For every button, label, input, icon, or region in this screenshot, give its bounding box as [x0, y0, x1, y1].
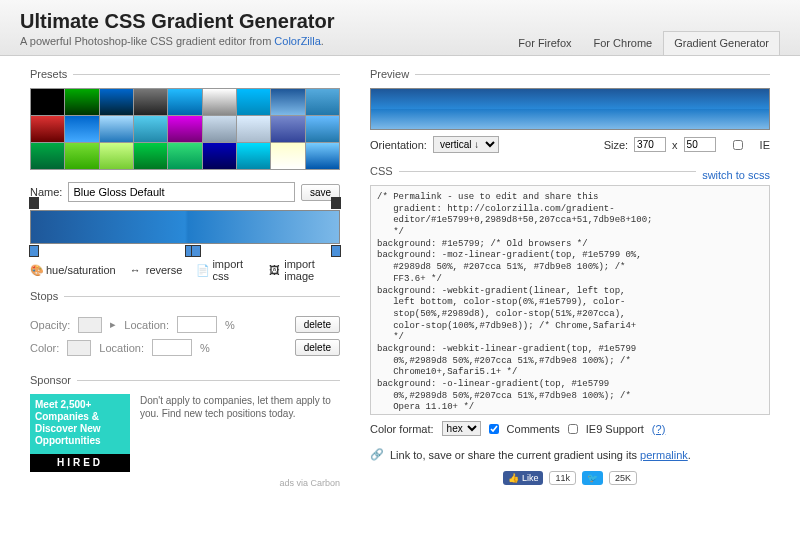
name-input[interactable]: [68, 182, 294, 202]
preset-swatch[interactable]: [203, 116, 236, 142]
presets-legend: Presets: [30, 68, 73, 80]
color-stop-marker[interactable]: [29, 245, 39, 257]
preset-swatch[interactable]: [134, 89, 167, 115]
editor-actions: 🎨hue/saturation ↔reverse 📄import css 🖼im…: [30, 258, 340, 282]
gradient-preview-bar[interactable]: [30, 210, 340, 244]
preview-gradient: [370, 88, 770, 130]
preset-swatch[interactable]: [203, 89, 236, 115]
header: Ultimate CSS Gradient Generator A powerf…: [0, 0, 800, 56]
gradient-editor[interactable]: [30, 210, 340, 244]
preset-swatch[interactable]: [237, 116, 270, 142]
preview-legend: Preview: [370, 68, 415, 80]
name-row: Name: save: [30, 182, 340, 202]
preview-controls: Orientation: vertical ↓ Size: x IE: [370, 136, 770, 153]
hue-saturation-button[interactable]: 🎨hue/saturation: [30, 258, 116, 282]
import-css-button[interactable]: 📄import css: [196, 258, 255, 282]
image-icon: 🖼: [269, 264, 280, 276]
colorzilla-link[interactable]: ColorZilla: [274, 35, 320, 47]
tab-firefox[interactable]: For Firefox: [507, 31, 582, 55]
hue-icon: 🎨: [30, 264, 42, 276]
tweet-button[interactable]: 🐦: [582, 471, 603, 485]
preset-swatch[interactable]: [168, 116, 201, 142]
preset-swatch[interactable]: [306, 143, 339, 169]
import-icon: 📄: [196, 264, 208, 276]
ads-attribution[interactable]: ads via Carbon: [30, 478, 340, 488]
color-stop-marker[interactable]: [331, 245, 341, 257]
preset-swatch[interactable]: [168, 143, 201, 169]
preset-swatch[interactable]: [134, 116, 167, 142]
preset-swatch[interactable]: [237, 143, 270, 169]
preset-swatch[interactable]: [100, 143, 133, 169]
sponsor-text[interactable]: Don't apply to companies, let them apply…: [140, 394, 340, 420]
ie9-checkbox[interactable]: [568, 424, 578, 434]
preset-swatch[interactable]: [271, 116, 304, 142]
import-image-button[interactable]: 🖼import image: [269, 258, 340, 282]
height-input[interactable]: [684, 137, 716, 152]
preset-swatch[interactable]: [65, 143, 98, 169]
preset-swatch[interactable]: [31, 89, 64, 115]
ie-checkbox[interactable]: [722, 140, 754, 150]
tweet-count: 25K: [609, 471, 637, 485]
preset-swatch[interactable]: [100, 89, 133, 115]
link-icon: 🔗: [370, 448, 384, 461]
delete-opacity-stop-button[interactable]: delete: [295, 316, 340, 333]
sponsor-legend: Sponsor: [30, 374, 77, 386]
opacity-location-input[interactable]: [177, 316, 217, 333]
css-output[interactable]: /* Permalink - use to edit and share thi…: [370, 185, 770, 415]
preset-swatch[interactable]: [31, 143, 64, 169]
comments-checkbox[interactable]: [489, 424, 499, 434]
permalink-row: 🔗 Link to, save or share the current gra…: [370, 448, 770, 461]
sponsor-ad[interactable]: Meet 2,500+ Companies & Discover New Opp…: [30, 394, 130, 472]
css-section: CSS switch to scss /* Permalink - use to…: [370, 165, 770, 436]
nav-tabs: For Firefox For Chrome Gradient Generato…: [507, 31, 780, 55]
opacity-stop-row: Opacity: ▸ Location: % delete: [30, 316, 340, 333]
stops-section: Stops Opacity: ▸ Location: % delete Colo…: [30, 290, 340, 362]
color-stop-row: Color: Location: % delete: [30, 339, 340, 356]
reverse-button[interactable]: ↔reverse: [130, 258, 183, 282]
preset-swatch[interactable]: [306, 89, 339, 115]
preset-swatch[interactable]: [31, 116, 64, 142]
width-input[interactable]: [634, 137, 666, 152]
color-location-input[interactable]: [152, 339, 192, 356]
page-title: Ultimate CSS Gradient Generator: [20, 10, 780, 33]
reverse-icon: ↔: [130, 264, 142, 276]
fb-like-count: 11k: [549, 471, 576, 485]
color-swatch[interactable]: [67, 340, 91, 356]
preset-swatch[interactable]: [65, 116, 98, 142]
preview-section: Preview Orientation: vertical ↓ Size: x …: [370, 68, 770, 153]
opacity-stop-marker[interactable]: [29, 197, 39, 209]
permalink-link[interactable]: permalink: [640, 449, 688, 461]
opacity-stop-marker[interactable]: [331, 197, 341, 209]
delete-color-stop-button[interactable]: delete: [295, 339, 340, 356]
preset-swatch[interactable]: [134, 143, 167, 169]
preset-swatch[interactable]: [100, 116, 133, 142]
color-format-select[interactable]: hex: [442, 421, 481, 436]
sponsor-section: Sponsor Meet 2,500+ Companies & Discover…: [30, 374, 340, 488]
ie9-help-link[interactable]: (?): [652, 423, 665, 435]
orientation-select[interactable]: vertical ↓: [433, 136, 499, 153]
preset-swatch[interactable]: [65, 89, 98, 115]
presets-section: Presets: [30, 68, 340, 170]
preset-swatch[interactable]: [237, 89, 270, 115]
format-row: Color format: hex Comments IE9 Support (…: [370, 421, 770, 436]
preset-swatch[interactable]: [271, 89, 304, 115]
preset-swatch[interactable]: [168, 89, 201, 115]
css-legend: CSS: [370, 165, 399, 177]
fb-like-button[interactable]: 👍 Like: [503, 471, 544, 485]
preset-swatch[interactable]: [203, 143, 236, 169]
preset-swatch[interactable]: [271, 143, 304, 169]
opacity-swatch[interactable]: [78, 317, 102, 333]
stops-legend: Stops: [30, 290, 64, 302]
tab-chrome[interactable]: For Chrome: [583, 31, 664, 55]
preset-swatch[interactable]: [306, 116, 339, 142]
tab-gradient-generator[interactable]: Gradient Generator: [663, 31, 780, 55]
color-stop-marker[interactable]: [191, 245, 201, 257]
social-buttons: 👍 Like 11k 🐦 25K: [370, 471, 770, 485]
switch-scss-link[interactable]: switch to scss: [696, 169, 770, 181]
presets-grid: [30, 88, 340, 170]
